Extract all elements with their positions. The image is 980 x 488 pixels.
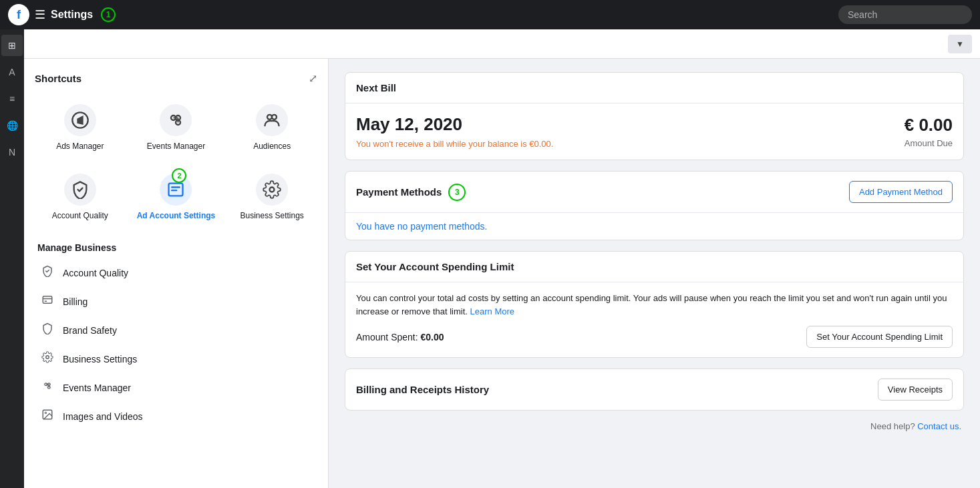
menu-item-brand-safety[interactable]: Brand Safety bbox=[35, 316, 317, 344]
shield-check-icon bbox=[41, 265, 53, 277]
need-help-section: Need help? Contact us. bbox=[345, 421, 964, 431]
top-navbar: f ☰ Settings 1 bbox=[0, 0, 980, 29]
set-spending-limit-button[interactable]: Set Your Account Spending Limit bbox=[806, 326, 953, 348]
menu-item-images-videos[interactable]: Images and Videos bbox=[35, 402, 317, 431]
svg-point-22 bbox=[45, 412, 46, 413]
view-receipts-button[interactable]: View Receipts bbox=[878, 379, 953, 401]
dropdown-button[interactable]: ▼ bbox=[948, 35, 972, 53]
svg-point-15 bbox=[46, 356, 49, 359]
events-manager-menu-label: Events Manager bbox=[63, 383, 131, 393]
sidebar-icon-nav[interactable]: N bbox=[1, 142, 23, 163]
shortcut-ads-manager[interactable]: Ads Manager bbox=[35, 95, 126, 160]
svg-point-7 bbox=[272, 115, 277, 119]
menu-icon[interactable]: ☰ bbox=[35, 7, 45, 22]
spending-limit-title: Set Your Account Spending Limit bbox=[356, 261, 514, 272]
events-manager-icon-wrap bbox=[160, 104, 192, 136]
content-area: Next Bill May 12, 2020 You won't receive… bbox=[329, 59, 980, 488]
bill-note: You won't receive a bill while your bala… bbox=[356, 139, 905, 149]
contact-us-link[interactable]: Contact us. bbox=[917, 421, 961, 431]
search-input[interactable] bbox=[838, 5, 972, 24]
spending-description: You can control your total ad costs by s… bbox=[356, 292, 953, 318]
account-quality-icon-wrap bbox=[64, 174, 96, 206]
sidebar-icon-business[interactable]: ≡ bbox=[1, 88, 23, 109]
bill-amount-section: € 0.00 Amount Due bbox=[905, 115, 953, 148]
business-settings-menu-label: Business Settings bbox=[63, 354, 137, 364]
billing-history-title: Billing and Receipts History bbox=[356, 384, 489, 395]
main-layout: Shortcuts ⤢ Ads Manager bbox=[24, 59, 980, 488]
events-manager-label: Events Manager bbox=[147, 142, 205, 151]
ads-manager-icon-wrap bbox=[64, 104, 96, 136]
billing-menu-label: Billing bbox=[63, 296, 88, 307]
ad-account-settings-label: Ad Account Settings bbox=[137, 211, 216, 220]
add-payment-method-button[interactable]: Add Payment Method bbox=[849, 181, 953, 203]
events-manager-icon bbox=[166, 111, 185, 130]
billing-menu-icon bbox=[40, 294, 55, 309]
payment-badge-3: 3 bbox=[448, 184, 466, 201]
menu-item-business-settings[interactable]: Business Settings bbox=[35, 344, 317, 373]
menu-item-account-quality[interactable]: Account Quality bbox=[35, 258, 317, 287]
menu-list: Account Quality Billing bbox=[35, 258, 317, 431]
images-videos-menu-icon bbox=[40, 409, 55, 424]
business-settings-label: Business Settings bbox=[240, 211, 303, 220]
brand-safety-icon bbox=[41, 322, 53, 334]
ad-account-settings-icon bbox=[166, 180, 185, 199]
breadcrumb-bar: ▼ bbox=[24, 29, 980, 59]
billing-icon bbox=[41, 294, 53, 306]
payment-methods-header: Payment Methods 3 Add Payment Method bbox=[345, 172, 963, 213]
shortcut-events-manager[interactable]: Events Manager bbox=[131, 95, 222, 160]
account-quality-icon bbox=[71, 180, 90, 199]
payment-methods-card: Payment Methods 3 Add Payment Method You… bbox=[345, 171, 964, 240]
bill-date: May 12, 2020 bbox=[356, 114, 905, 135]
manage-business-title: Manage Business bbox=[35, 242, 317, 253]
learn-more-link[interactable]: Learn More bbox=[470, 306, 514, 316]
business-settings-icon-wrap bbox=[256, 174, 288, 206]
payment-methods-title: Payment Methods bbox=[356, 186, 442, 198]
menu-item-events-manager[interactable]: Events Manager bbox=[35, 373, 317, 402]
brand-safety-menu-icon bbox=[40, 322, 55, 338]
events-manager-menu-icon bbox=[40, 380, 55, 395]
amount-spent: Amount Spent: €0.00 bbox=[356, 332, 444, 342]
images-videos-menu-label: Images and Videos bbox=[63, 411, 143, 422]
navbar-badge-1: 1 bbox=[101, 7, 116, 22]
audiences-icon-wrap bbox=[256, 104, 288, 136]
business-settings-menu-icon bbox=[40, 351, 55, 367]
ads-manager-label: Ads Manager bbox=[56, 142, 104, 151]
gear-icon bbox=[41, 351, 53, 363]
bill-amount: € 0.00 bbox=[905, 115, 953, 136]
spending-limit-header: Set Your Account Spending Limit bbox=[345, 252, 963, 282]
sidebar-icon-globe[interactable]: 🌐 bbox=[1, 115, 23, 136]
audiences-label: Audiences bbox=[253, 142, 291, 151]
sidebar-icon-ads[interactable]: A bbox=[1, 61, 23, 83]
left-sidebar: ⊞ A ≡ 🌐 N bbox=[0, 29, 24, 488]
shortcuts-panel: Shortcuts ⤢ Ads Manager bbox=[24, 59, 329, 488]
menu-item-billing[interactable]: Billing bbox=[35, 287, 317, 316]
shortcut-business-settings[interactable]: Business Settings bbox=[226, 165, 317, 229]
spending-footer: Amount Spent: €0.00 Set Your Account Spe… bbox=[356, 326, 953, 348]
spending-body: You can control your total ad costs by s… bbox=[345, 282, 963, 357]
next-bill-content: May 12, 2020 You won't receive a bill wh… bbox=[345, 103, 963, 160]
next-bill-card: Next Bill May 12, 2020 You won't receive… bbox=[345, 72, 964, 160]
shortcut-ad-account-settings[interactable]: 2 Ad Account Settings bbox=[131, 165, 222, 229]
billing-history-card: Billing and Receipts History View Receip… bbox=[345, 369, 964, 411]
shortcuts-title: Shortcuts bbox=[35, 73, 81, 84]
payment-header-left: Payment Methods 3 bbox=[356, 184, 472, 201]
shortcuts-header: Shortcuts ⤢ bbox=[35, 72, 317, 85]
events-icon bbox=[41, 380, 53, 392]
expand-icon[interactable]: ⤢ bbox=[309, 72, 317, 85]
amount-due-label: Amount Due bbox=[905, 138, 953, 148]
brand-safety-menu-label: Brand Safety bbox=[63, 325, 117, 336]
spending-limit-card: Set Your Account Spending Limit You can … bbox=[345, 251, 964, 358]
billing-history-header: Billing and Receipts History View Receip… bbox=[345, 369, 963, 410]
ads-manager-icon bbox=[71, 111, 90, 130]
account-quality-label: Account Quality bbox=[52, 211, 108, 220]
next-bill-title: Next Bill bbox=[356, 82, 396, 93]
no-payment-message: You have no payment methods. bbox=[345, 213, 963, 240]
sidebar-icon-grid[interactable]: ⊞ bbox=[1, 35, 23, 56]
shortcut-account-quality[interactable]: Account Quality bbox=[35, 165, 126, 229]
next-bill-header: Next Bill bbox=[345, 73, 963, 103]
business-settings-icon bbox=[263, 180, 281, 199]
facebook-logo[interactable]: f bbox=[8, 4, 29, 25]
shortcut-audiences[interactable]: Audiences bbox=[226, 95, 317, 160]
account-quality-menu-label: Account Quality bbox=[63, 268, 128, 278]
images-icon bbox=[41, 409, 53, 421]
